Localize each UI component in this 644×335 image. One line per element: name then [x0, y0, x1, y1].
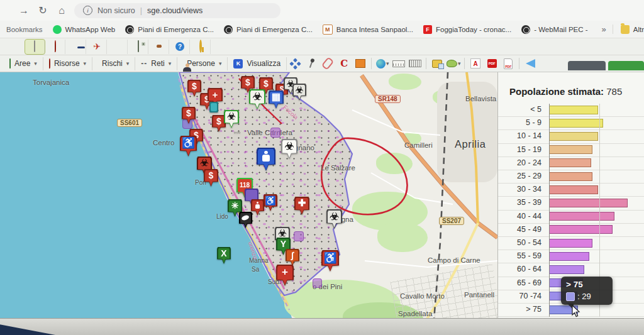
wheelchair-marker[interactable]: ♿	[321, 250, 339, 272]
cluster-marker[interactable]	[294, 231, 304, 241]
hook-marker[interactable]: ∫	[286, 249, 299, 266]
chart-row: 50 - 54	[498, 237, 644, 250]
menu-rischi[interactable]: Rischi▾	[92, 57, 135, 70]
teal-marker[interactable]	[209, 102, 218, 113]
panel-tab-dark[interactable]	[568, 61, 606, 70]
ruler-tool[interactable]	[391, 57, 407, 70]
age-bin-bar[interactable]	[549, 185, 598, 194]
hook-icon: ∫	[291, 250, 294, 260]
person-marker[interactable]	[257, 148, 275, 171]
teddy-tool[interactable]	[150, 40, 169, 54]
cross-marker[interactable]: +	[276, 265, 294, 286]
help-icon: ?	[175, 42, 184, 51]
cluster-marker[interactable]	[270, 128, 280, 138]
megaphone-tool[interactable]	[522, 57, 538, 70]
bio-marker[interactable]: ☣	[292, 84, 306, 101]
age-bin-bar[interactable]	[549, 119, 603, 128]
bookmark-item[interactable]: MBanca Intesa Sanpaol...	[318, 23, 418, 36]
bio-icon: ☣	[200, 157, 208, 168]
reload-icon[interactable]: ↻	[36, 4, 49, 16]
person-icon	[255, 202, 260, 209]
age-bin-bar[interactable]	[549, 252, 589, 261]
map-label: Valle Carniera	[247, 129, 292, 136]
age-bin-bar[interactable]	[549, 145, 592, 154]
orange-tool[interactable]	[352, 57, 369, 70]
map-label: Aprilia	[455, 138, 486, 150]
bio-marker[interactable]: ☣	[281, 139, 297, 159]
blob-tool[interactable]: ▾	[445, 57, 462, 70]
jumpx-marker[interactable]: X	[217, 247, 231, 264]
bio-marker[interactable]: ☣	[224, 110, 239, 128]
age-bin-bar[interactable]	[549, 106, 598, 114]
bookmark-item[interactable]: Piani di Emergenza C...	[219, 23, 318, 36]
address-bar[interactable]: i Non sicuro | sge.cloud/views	[74, 3, 280, 18]
menu-persone[interactable]: Persone▾	[177, 57, 228, 70]
acrobat-tool[interactable]: A	[467, 57, 484, 70]
flagpin-tool[interactable]	[303, 57, 319, 70]
med-marker[interactable]: $	[187, 80, 201, 97]
med-icon: $	[186, 108, 191, 118]
chevron-down-icon: ▾	[126, 60, 130, 67]
age-bin-label: 65 - 69	[517, 278, 541, 287]
blob-icon: ▾	[447, 60, 461, 67]
ruler2-tool[interactable]	[407, 57, 423, 70]
wheelchair-icon: ♿	[182, 136, 195, 150]
toolbar-divider	[464, 58, 465, 69]
bio-marker[interactable]: ☣	[249, 89, 265, 109]
age-bin-bar[interactable]	[549, 225, 613, 234]
age-bin-bar[interactable]	[549, 199, 628, 207]
wheelchair-marker[interactable]: ♿	[264, 194, 277, 211]
help-tool[interactable]: ?	[170, 40, 190, 54]
police-tool[interactable]	[67, 40, 86, 54]
bookmarks-overflow-chevron[interactable]: »	[596, 25, 613, 34]
med-marker[interactable]: $	[182, 107, 196, 124]
bag-marker[interactable]: ✚	[294, 197, 309, 215]
clapperboard-tool[interactable]	[108, 40, 128, 54]
bookmark-item[interactable]: WhatsApp Web	[48, 23, 121, 36]
flight-tool[interactable]: ✈	[87, 40, 107, 54]
bio-icon: ☣	[253, 91, 262, 102]
camera-tool[interactable]	[129, 40, 148, 54]
camera-icon	[138, 41, 139, 52]
bookmark-item[interactable]: Piani di Emergenza C...	[120, 23, 219, 36]
image-tool[interactable]	[25, 40, 45, 54]
forward-icon[interactable]: →	[18, 5, 30, 16]
med-marker[interactable]: $	[204, 169, 218, 187]
menu-aree[interactable]: Aree▾	[4, 57, 43, 70]
menu-visualizza[interactable]: KVisualizza	[228, 57, 287, 70]
cluster-marker[interactable]	[313, 278, 322, 288]
globe-tool[interactable]: ▾	[374, 57, 391, 70]
clip-tool[interactable]	[319, 57, 336, 70]
layers-tool[interactable]	[429, 57, 445, 70]
pdf-tool[interactable]: PDF	[484, 57, 500, 70]
home-icon[interactable]: ⌂	[55, 5, 68, 16]
age-bin-bar[interactable]	[549, 172, 592, 181]
menu-risorse[interactable]: Risorse▾	[43, 57, 92, 70]
building-marker[interactable]: ▦	[269, 91, 284, 109]
key-tool[interactable]	[191, 40, 211, 54]
bookmark-label: - WebMail PEC -	[534, 26, 587, 33]
age-bin-bar[interactable]	[549, 265, 584, 274]
map-canvas[interactable]: TorvajanicaCentroValle CarnieragnanoLe S…	[0, 72, 497, 335]
tooltip-value: : 29	[577, 292, 591, 301]
wheelchair-marker[interactable]: ♿	[180, 136, 197, 157]
magnet-tool[interactable]: C	[336, 57, 352, 70]
menu-reti[interactable]: --Reti▾	[135, 57, 177, 70]
personred-marker[interactable]	[251, 199, 264, 216]
rings-marker[interactable]: ○○○	[230, 126, 244, 143]
pin-tool[interactable]	[46, 40, 65, 54]
bread-marker[interactable]	[239, 212, 252, 228]
bio-marker[interactable]: ☣	[326, 209, 342, 229]
age-bin-bar[interactable]	[549, 158, 591, 167]
age-bin-bar[interactable]	[549, 239, 592, 248]
bookmark-item[interactable]: - WebMail PEC -	[516, 23, 592, 36]
chart-row: 55 - 59	[498, 250, 644, 263]
panel-tab-green[interactable]	[608, 61, 644, 70]
age-bin-bar[interactable]	[549, 212, 614, 221]
move-tool[interactable]	[287, 57, 303, 70]
bookmark-item[interactable]: FFoggiaToday - cronac...	[418, 23, 516, 36]
info-icon[interactable]: i	[83, 6, 92, 15]
other-bookmarks[interactable]: Altri P	[616, 25, 644, 34]
age-bin-bar[interactable]	[549, 132, 598, 141]
pdfdoc-tool[interactable]: PDF	[500, 57, 516, 70]
